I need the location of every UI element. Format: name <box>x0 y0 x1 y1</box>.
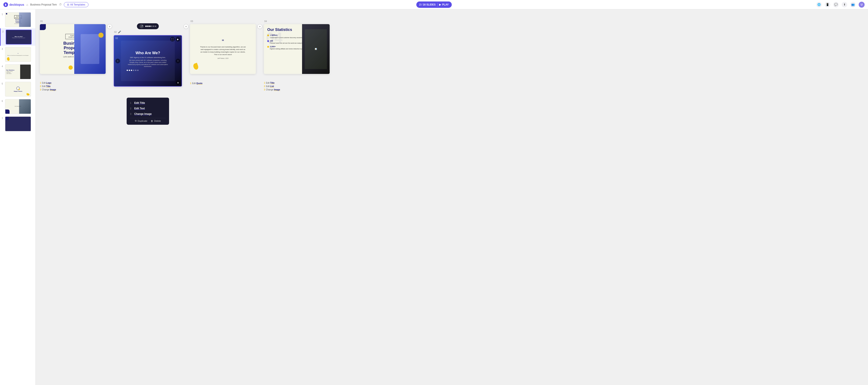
edit-list-row: 2 Edit List <box>264 85 280 88</box>
slide-number-3: 03 <box>190 20 256 23</box>
slide-overlay-num: 02 <box>115 37 118 39</box>
sidebar-item-slide-1[interactable]: 1 PLACEYOUR LOGO BusinessProposalTemplat… <box>0 11 35 28</box>
left-arrow-icon[interactable]: ‹ <box>115 59 120 63</box>
slide-canvas-3[interactable]: “ Thanks to our focused team and marketi… <box>190 24 256 74</box>
slide-thumbnail-5: Happy Clients <box>5 82 31 97</box>
slide-context-menu: 1 Edit Title 2 Edit Text 3 <box>127 98 169 125</box>
comment-icon[interactable]: 💬 <box>833 2 839 7</box>
slide-thumbnail-3: " Thanks to our focused team and marketi… <box>5 47 31 62</box>
ctx-divider <box>130 118 166 118</box>
device-icon[interactable]: 📱 <box>825 2 830 7</box>
add-slide-btn-1[interactable]: + <box>107 24 112 29</box>
slide-num-6: 6 <box>2 100 4 102</box>
play-button[interactable]: ▶ PLAY <box>439 3 448 6</box>
topbar-left: decktopus ⌂ Business Proposal Tem ⏱ ⊟ Al… <box>3 2 89 7</box>
thumb-title-2: Who Are We? <box>14 36 23 37</box>
slide-panel-1: 01 PLACE YOUR LOGO BusinessP <box>40 20 106 74</box>
sidebar-item-slide-4[interactable]: 4 Our Statistics ● 1 Million connections… <box>0 63 35 80</box>
slide-counter[interactable]: 2 / 16 SLIDES ▶ PLAY <box>416 1 452 8</box>
slide-canvas-2[interactable]: ‹ › ⊕ ⛶ ▶ 02 Who Are We? DEF Agency is t… <box>114 35 182 86</box>
stat-dot-3 <box>267 46 269 48</box>
testimonial-text: Quote testimonial text... <box>14 106 22 107</box>
duplicate-icon: ⧉ <box>135 119 136 122</box>
plus-icon-3[interactable]: + <box>257 24 262 29</box>
slide-1-content: PLACE YOUR LOGO BusinessProposalTemplate… <box>40 24 106 74</box>
mic-icon[interactable]: 🎤 <box>140 24 144 28</box>
slide-num-4: 4 <box>2 65 4 68</box>
sidebar-item-slide-3[interactable]: 3 " Thanks to our focused team and marke… <box>0 46 35 63</box>
stats-title: Our Statistics <box>6 69 14 71</box>
play-icon: ▶ <box>439 3 441 6</box>
stats-photo: 📊 <box>302 24 330 74</box>
yellow-circle-deco <box>98 33 103 38</box>
ctx-item-title[interactable]: 1 Edit Title <box>130 100 166 106</box>
topbar: decktopus ⌂ Business Proposal Tem ⏱ ⊟ Al… <box>0 0 868 9</box>
slide-1-photo <box>74 24 106 74</box>
slide-number-1: 01 <box>40 20 106 23</box>
home-icon[interactable]: ⌂ <box>26 3 28 6</box>
slide-canvas-1[interactable]: PLACE YOUR LOGO BusinessProposalTemplate… <box>40 24 106 74</box>
sidebar-item-slide-2[interactable]: 2 Who Are We? DEF Agency is the #1 softw… <box>0 28 35 46</box>
deco-dot <box>6 13 7 14</box>
slide-canvas-4[interactable]: 📊 Our Statistics 1 Million Connections t… <box>264 24 330 74</box>
ctx-item-text[interactable]: 2 Edit Text <box>130 106 166 111</box>
thumb-sub-2: DEF Agency is the #1 software advertisin… <box>12 37 25 38</box>
all-templates-button[interactable]: ⊟ All Templates <box>64 2 89 7</box>
yellow-leaf-decoration <box>193 63 199 70</box>
sidebar-item-slide-7[interactable]: 7 <box>0 115 35 133</box>
slide-2-subtitle: DEF Agency is the #1 software advertisin… <box>127 57 169 59</box>
add-slide-btn-2[interactable]: + <box>184 24 188 29</box>
quote-mark: “ <box>193 39 252 44</box>
duplicate-button[interactable]: ⧉ Duplicate <box>135 119 148 122</box>
quote-author: Jeff Parker, CEO <box>193 58 252 59</box>
slide-2-content: ‹ › ⊕ ⛶ ▶ 02 Who Are We? DEF Agency is t… <box>114 36 182 86</box>
slides-row: 01 PLACE YOUR LOGO BusinessP <box>36 9 334 385</box>
play-slide-icon[interactable]: ▶ <box>176 37 180 41</box>
leaf-deco <box>26 93 30 96</box>
slide-4-content: 📊 Our Statistics 1 Million Connections t… <box>264 24 330 74</box>
logo-area: decktopus <box>3 2 24 7</box>
slide-number-2: 02 <box>114 31 117 33</box>
sidebar-item-slide-5[interactable]: 5 Happy Clients <box>0 80 35 98</box>
share-icon[interactable]: 👥 <box>850 2 856 7</box>
ctx-actions: ⧉ Duplicate 🗑 Delete <box>130 119 166 122</box>
edit-panel-1: 1 Edit Logo 2 Edit Title 3 Change Image <box>40 82 56 91</box>
sidebar-item-slide-6[interactable]: 6 Quote testimonial text... <box>0 98 35 115</box>
slide-num-2: 2 <box>2 31 4 33</box>
slide-2-body: We have worked with 40+ software compani… <box>127 59 169 68</box>
edit-row-title: 2 Edit Title <box>40 85 56 88</box>
yellow-leaf-deco <box>7 57 10 61</box>
expand-icon[interactable]: ⛶ <box>170 37 175 41</box>
avatar[interactable]: U <box>859 2 865 8</box>
slide-nav-dots <box>127 70 169 71</box>
circle-deco <box>16 86 20 90</box>
stat-dot-1 <box>267 35 269 36</box>
dot-deco <box>19 89 20 90</box>
plus-icon[interactable]: + <box>107 24 112 29</box>
slide-panel-2-wrapper: 🎤 02 🎤 <box>114 31 182 86</box>
quote-text: Thanks to our focused team and marketing… <box>199 46 246 56</box>
stat-line-2: ● 100 Podcasts <box>6 72 10 73</box>
add-slide-btn-3[interactable]: + <box>257 24 262 29</box>
edit-title-row: 1 Edit Title <box>264 82 280 84</box>
stats-bg-image <box>20 65 31 79</box>
history-icon[interactable]: ⏱ <box>59 3 62 6</box>
divider <box>437 3 437 7</box>
main-layout: 1 PLACEYOUR LOGO BusinessProposalTemplat… <box>0 9 868 385</box>
slide-2-title: Who Are We? <box>127 51 169 55</box>
edit-row-image: 3 Change Image <box>40 89 56 91</box>
copy-icon[interactable]: ⊕ <box>176 80 180 85</box>
topbar-center: 2 / 16 SLIDES ▶ PLAY <box>416 1 452 8</box>
delete-button[interactable]: 🗑 Delete <box>151 119 161 122</box>
template-icon: ⊟ <box>67 3 69 6</box>
plus-icon-2[interactable]: + <box>184 24 188 29</box>
right-arrow-icon[interactable]: › <box>176 59 180 63</box>
export-icon[interactable]: ⬆ <box>842 2 847 7</box>
slide-number-4: 04 <box>264 20 330 23</box>
happy-clients-label: Happy Clients <box>14 91 22 92</box>
globe-icon[interactable]: 🌐 <box>816 2 822 7</box>
slide-number-2-row: 02 🎤 <box>114 31 182 33</box>
slide-2-text-block: Who Are We? DEF Agency is the #1 softwar… <box>127 51 169 71</box>
ctx-item-image[interactable]: 3 Change Image <box>130 111 166 117</box>
edit-quote-row: 1 Edit Quote <box>190 82 203 84</box>
